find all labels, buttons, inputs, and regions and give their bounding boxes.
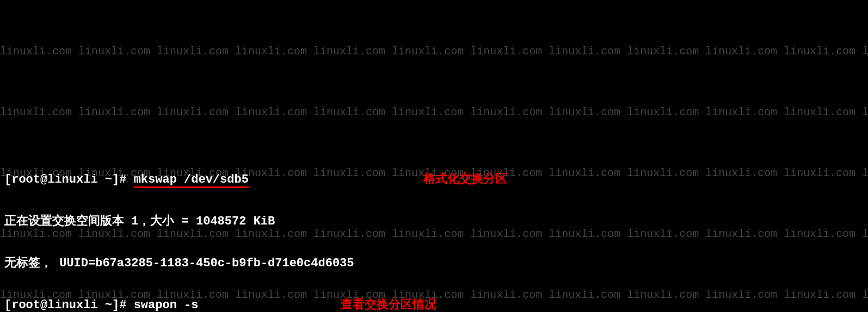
shell-prompt: [root@linuxli ~]#: [4, 298, 134, 312]
command-line-mkswap: [root@linuxli ~]# mkswap /dev/sdb5格式化交换分…: [4, 170, 864, 191]
annotation-view-swap: 查看交换分区情况: [341, 295, 436, 312]
terminal-output[interactable]: [root@linuxli ~]# mkswap /dev/sdb5格式化交换分…: [4, 128, 864, 312]
swapon-s-command-1: swapon -s: [134, 298, 199, 312]
command-line-swapon-s1: [root@linuxli ~]# swapon -s查看交换分区情况: [4, 295, 864, 312]
shell-prompt: [root@linuxli ~]#: [4, 173, 134, 186]
mkswap-output-1: 正在设置交换空间版本 1，大小 = 1048572 KiB: [4, 211, 864, 233]
annotation-format-swap: 格式化交换分区: [423, 170, 507, 191]
mkswap-command: mkswap /dev/sdb5: [134, 173, 249, 188]
mkswap-output-2: 无标签， UUID=b67a3285-1183-450c-b9fb-d71e0c…: [4, 253, 864, 274]
